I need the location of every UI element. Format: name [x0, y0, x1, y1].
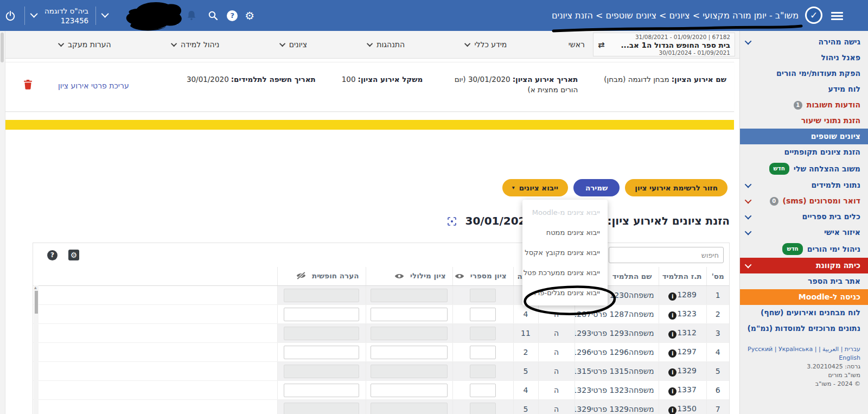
numeric-grade-input[interactable] — [470, 346, 496, 359]
table-help-icon[interactable]: ? — [47, 250, 58, 260]
free-note-cell — [277, 362, 366, 381]
tab-label: הערות מעקב — [68, 40, 111, 49]
chevron-down-icon[interactable] — [101, 10, 109, 18]
edit-event-link[interactable]: עריכת פרטי אירוע ציון — [58, 81, 129, 90]
sidebar-item[interactable]: כיתה מקוונת — [740, 258, 868, 273]
import-menu-item[interactable]: ייבוא ציונים מקובץ אקסל — [522, 243, 608, 263]
tab[interactable]: ראשי — [569, 40, 585, 49]
sidebar-item[interactable]: הזנת נתוני שיעור — [740, 113, 868, 129]
free-note-input[interactable] — [284, 308, 359, 321]
free-note-input[interactable] — [284, 327, 359, 340]
sidebar-item[interactable]: גישה מהירה — [740, 34, 868, 50]
free-note-input[interactable] — [284, 346, 359, 359]
sidebar-item[interactable]: ניהול ימי הורים חדש — [740, 240, 868, 258]
settings-gear-icon[interactable]: ⚙ — [245, 10, 254, 21]
class-number-cell: 11 — [513, 324, 538, 343]
tab[interactable]: ציונים — [281, 40, 307, 49]
sidebar-item[interactable]: אתר בית הספר — [740, 273, 868, 289]
logout-power-icon[interactable] — [3, 9, 17, 23]
free-note-input[interactable] — [284, 289, 359, 302]
breadcrumb[interactable]: משו"ב - יומן מורה מקצועי > ציונים > ציונ… — [552, 0, 799, 31]
info-icon[interactable]: i — [668, 406, 676, 414]
back-to-events-button[interactable]: חזור לרשימת אירועי ציון — [625, 179, 727, 196]
help-icon[interactable]: ? — [227, 10, 238, 21]
event-field: שם אירוע הציון:מבחן לדוגמה (מבחן) — [604, 74, 726, 95]
table-settings-icon[interactable]: ⚙ — [68, 250, 79, 260]
language-links[interactable]: עברית | العربية | Русский | Українська |… — [744, 345, 860, 362]
sidebar-item[interactable]: הזנת ציונים תקופתיים — [740, 144, 868, 160]
verbal-grade-input[interactable] — [371, 365, 448, 378]
user-name-redacted[interactable] — [116, 5, 170, 27]
sidebar-item[interactable]: נתוני תלמידים — [740, 177, 868, 193]
tab[interactable]: ניהול למידה — [173, 40, 220, 49]
verbal-grade-input[interactable] — [371, 403, 448, 414]
info-icon[interactable]: i — [668, 387, 676, 396]
sidebar-item[interactable]: פאנל ניהול — [740, 50, 868, 66]
tab[interactable]: התנהגות — [368, 40, 405, 49]
numeric-grade-input[interactable] — [470, 365, 496, 378]
verbal-grade-input[interactable] — [371, 346, 448, 359]
table-scrollbar[interactable]: ▲ — [34, 285, 39, 414]
delete-event-trash-icon[interactable] — [24, 80, 32, 92]
verbal-grade-input[interactable] — [371, 384, 448, 397]
school-switcher[interactable]: ביה"ס לדוגמה 123456 — [44, 6, 88, 26]
chevron-down-icon — [745, 228, 752, 235]
import-grades-button[interactable]: ייבוא ציונים ▾ — [502, 179, 568, 196]
chevron-down-icon[interactable] — [30, 10, 38, 18]
info-icon[interactable]: i — [668, 311, 676, 320]
sidebar-item[interactable]: איזור אישי — [740, 225, 868, 240]
col-header-student-id[interactable]: ת.ז התלמיד — [659, 267, 706, 286]
eye-visible-icon[interactable] — [455, 272, 464, 281]
info-icon[interactable]: i — [668, 349, 676, 358]
col-header-free-note[interactable]: הערה חופשית — [277, 267, 366, 286]
verbal-grade-input[interactable] — [371, 308, 448, 321]
event-field-value: 30/01/2020 — [187, 75, 229, 84]
import-menu-item[interactable]: ייבוא ציונים מ-Moodle — [522, 202, 608, 222]
numeric-grade-input[interactable] — [470, 289, 496, 302]
col-header-numeric-grade[interactable]: ציון מספרי — [452, 267, 513, 286]
info-icon[interactable]: i — [668, 330, 676, 339]
import-menu-item[interactable]: ייבוא ציונים מגלים-פרו — [522, 283, 608, 303]
menu-hamburger-icon[interactable] — [831, 12, 843, 20]
numeric-grade-input[interactable] — [470, 384, 496, 397]
switch-class-icon[interactable]: ⇄ — [598, 41, 605, 49]
verbal-grade-input[interactable] — [371, 327, 448, 340]
sidebar-item[interactable]: כניסה ל-Moodle — [740, 289, 868, 305]
col-header-verbal-grade[interactable]: ציון מילולי — [366, 267, 452, 286]
sidebar-item[interactable]: הפקת תעודות/ימי הורים — [740, 66, 868, 81]
eye-visible-icon[interactable] — [394, 272, 404, 281]
numeric-grade-input[interactable] — [470, 403, 496, 414]
search-icon[interactable] — [206, 9, 220, 23]
numeric-grade-input[interactable] — [470, 308, 496, 321]
numeric-grade-input[interactable] — [470, 327, 496, 340]
info-icon[interactable]: i — [668, 368, 676, 377]
free-note-input[interactable] — [284, 384, 359, 397]
focus-target-icon[interactable] — [448, 215, 456, 228]
eye-hidden-icon[interactable] — [296, 272, 306, 281]
tab[interactable]: הערות מעקב — [60, 40, 111, 49]
notifications-bell-icon[interactable] — [184, 9, 199, 23]
sidebar-item[interactable]: דואר ומסרונים (sms) 0 — [740, 193, 868, 209]
page-scrollbar[interactable] — [0, 31, 5, 414]
sidebar-item[interactable]: הודעות חשובות 1 — [740, 97, 868, 113]
sidebar-item[interactable]: כלים בית ספריים — [740, 209, 868, 225]
student-name-cell: משפחה1315 פרטי1315 — [575, 362, 659, 381]
sidebar-item[interactable]: נתונים מרוכזים למוסדות (נמ"מ) — [740, 321, 868, 336]
sidebar-item[interactable]: ציונים שוטפים — [740, 129, 868, 144]
search-input[interactable] — [609, 247, 724, 263]
verbal-grade-input[interactable] — [371, 289, 448, 302]
school-year-selector[interactable]: 31/08/2021 - 01/09/2020 | 67182 בית ספר … — [593, 33, 735, 56]
sidebar-item[interactable]: משוב ההצלחה שלי חדש — [740, 160, 868, 177]
tab-label: ראשי — [569, 40, 585, 49]
sidebar-item[interactable]: לוח מבחנים ואירועים (שחף) — [740, 305, 868, 321]
sidebar-item[interactable]: לוח מידע — [740, 81, 868, 97]
sidebar-item-label: פאנל ניהול — [821, 53, 860, 63]
tab[interactable]: מידע כללי — [466, 40, 507, 49]
save-button[interactable]: שמירה — [573, 179, 620, 196]
info-icon[interactable]: i — [668, 292, 676, 301]
free-note-input[interactable] — [284, 403, 359, 414]
free-note-input[interactable] — [284, 365, 359, 378]
import-menu-item[interactable]: ייבוא ציונים ממערכת פטל — [522, 263, 608, 283]
col-header-number[interactable]: מס' — [706, 267, 729, 286]
import-menu-item[interactable]: ייבוא ציונים ממטח — [522, 222, 608, 243]
